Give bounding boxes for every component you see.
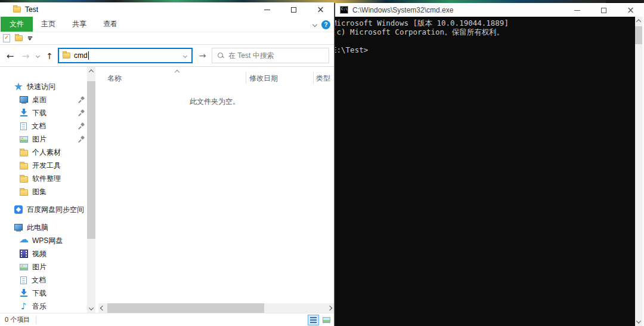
go-to-button[interactable]: → [195, 48, 210, 63]
sidebar-item-downloads[interactable]: 下载 [0, 287, 87, 300]
sidebar-item-quick-access[interactable]: 快速访问 [0, 80, 87, 93]
sidebar-scrollbar-thumb[interactable] [87, 81, 95, 239]
console-line [335, 36, 636, 45]
screen: Test × 文件 主页 共享 查看 ? ← → ↑ [0, 0, 644, 326]
pin-icon [78, 136, 85, 143]
music-icon [20, 302, 28, 310]
forward-button[interactable]: → [19, 45, 32, 67]
sidebar-item-label: 视频 [32, 249, 47, 259]
sidebar-item-baidu-netdisk-sync[interactable]: 百度网盘同步空间 [0, 203, 87, 216]
sidebar-item-downloads[interactable]: 下载 [0, 106, 87, 119]
column-separator[interactable] [246, 72, 246, 84]
scroll-left-arrow-icon[interactable] [98, 304, 107, 312]
scroll-up-arrow-icon[interactable] [87, 67, 95, 75]
horizontal-scrollbar-thumb[interactable] [107, 303, 264, 313]
sidebar-item-label: 个人素材 [32, 147, 61, 158]
this-pc-icon [14, 223, 23, 232]
sidebar-item-label: 此电脑 [27, 223, 48, 233]
column-header-date-modified[interactable]: 修改日期 [249, 73, 278, 84]
help-icon[interactable]: ? [321, 20, 330, 29]
sidebar-scrollbar[interactable] [87, 67, 95, 313]
sidebar-item-label: 音乐 [32, 302, 47, 312]
tab-file[interactable]: 文件 [1, 17, 33, 32]
close-button[interactable]: × [307, 2, 334, 17]
thumbnails-view-button[interactable] [321, 315, 332, 325]
tab-share[interactable]: 共享 [64, 17, 95, 32]
up-button[interactable]: ↑ [43, 45, 56, 67]
properties-icon[interactable] [3, 34, 10, 42]
cmd-window-title: C:\Windows\System32\cmd.exe [352, 6, 453, 14]
back-button[interactable]: ← [4, 45, 17, 67]
sidebar-item-label: 软件整理 [32, 174, 61, 184]
sidebar-item-personal-materials[interactable]: 个人素材 [0, 146, 87, 159]
sidebar-item-dev-tools[interactable]: 开发工具 [0, 159, 87, 172]
sidebar-item-gallery[interactable]: 图集 [0, 185, 87, 198]
sidebar-item-desktop[interactable]: 桌面 [0, 93, 87, 106]
sidebar-item-wps-cloud[interactable]: WPS网盘 [0, 234, 87, 247]
details-view-icon [310, 317, 317, 323]
scroll-down-arrow-icon[interactable] [87, 305, 95, 313]
column-separator[interactable] [313, 72, 314, 84]
new-folder-icon[interactable] [15, 35, 23, 41]
video-icon [20, 250, 28, 258]
explorer-window: Test × 文件 主页 共享 查看 ? ← → ↑ [0, 2, 334, 326]
horizontal-scrollbar[interactable] [98, 303, 334, 313]
sidebar-item-label: 开发工具 [32, 161, 61, 171]
sidebar-item-software-organize[interactable]: 软件整理 [0, 172, 87, 185]
sidebar-item-pictures[interactable]: 图片 [0, 133, 87, 146]
sidebar-item-music[interactable]: 音乐 [0, 300, 87, 313]
column-header-name[interactable]: 名称 [107, 73, 122, 84]
close-button[interactable]: × [617, 3, 644, 17]
maximize-button[interactable] [280, 2, 307, 17]
folder-icon [13, 7, 21, 13]
explorer-titlebar[interactable]: Test × [0, 2, 334, 17]
sidebar-item-videos[interactable]: 视频 [0, 247, 87, 260]
minimize-button[interactable] [253, 2, 280, 17]
cmd-scrollbar-thumb[interactable] [635, 26, 642, 44]
tab-view[interactable]: 查看 [95, 17, 126, 32]
sidebar-item-label: WPS网盘 [32, 236, 63, 246]
sidebar-item-documents[interactable]: 文档 [0, 273, 87, 287]
ribbon-collapse-icon[interactable] [312, 22, 317, 27]
details-view-button[interactable] [308, 315, 319, 325]
sort-ascending-icon[interactable] [175, 69, 179, 74]
customize-toolbar-dropdown-icon[interactable] [27, 35, 33, 42]
sidebar-item-label: 文档 [32, 275, 46, 285]
maximize-icon [291, 7, 296, 13]
tab-home[interactable]: 主页 [33, 17, 64, 32]
cmd-console-output[interactable]: Microsoft Windows [版本 10.0.19044.1889] (… [335, 17, 636, 326]
text-caret [88, 51, 89, 60]
scroll-right-arrow-icon[interactable] [326, 304, 334, 312]
recent-locations-dropdown-icon[interactable] [33, 45, 42, 67]
file-list-area[interactable]: 名称 修改日期 类型 此文件夹为空。 [95, 67, 334, 313]
folder-icon [20, 150, 28, 156]
chevron-down-icon [636, 318, 641, 323]
navigation-pane: 快速访问 桌面 下载 文档 [0, 67, 87, 313]
minimize-button[interactable] [564, 3, 590, 17]
sidebar-item-pictures[interactable]: 图片 [0, 260, 87, 273]
scroll-down-arrow-icon[interactable] [634, 318, 643, 326]
maximize-button[interactable] [590, 3, 617, 17]
chevron-up-icon [89, 69, 94, 74]
explorer-window-title: Test [25, 5, 38, 14]
minimize-icon [574, 10, 580, 11]
cmd-titlebar[interactable]: C:\Windows\System32\cmd.exe × [335, 3, 644, 17]
address-dropdown-icon[interactable] [183, 53, 187, 57]
scroll-up-arrow-icon[interactable] [634, 17, 643, 25]
desktop-icon [20, 96, 28, 104]
explorer-statusbar: 0 个项目 [0, 313, 334, 326]
cmd-scrollbar[interactable] [635, 17, 642, 326]
search-input[interactable]: 在 Test 中搜索 [212, 48, 329, 63]
sidebar-item-documents[interactable]: 文档 [0, 119, 87, 133]
column-header-type[interactable]: 类型 [316, 73, 330, 84]
console-prompt: E:\Test> [335, 45, 636, 54]
column-headers: 名称 修改日期 类型 [95, 70, 334, 85]
chevron-down-icon [89, 305, 94, 310]
explorer-body: 快速访问 桌面 下载 文档 [0, 67, 334, 313]
maximize-icon [601, 8, 606, 13]
download-icon [20, 289, 28, 297]
view-toggle-buttons [308, 315, 332, 325]
cmd-caption-buttons: × [564, 3, 644, 17]
sidebar-item-this-pc[interactable]: 此电脑 [0, 221, 87, 234]
address-bar-input[interactable]: cmd [58, 48, 193, 63]
